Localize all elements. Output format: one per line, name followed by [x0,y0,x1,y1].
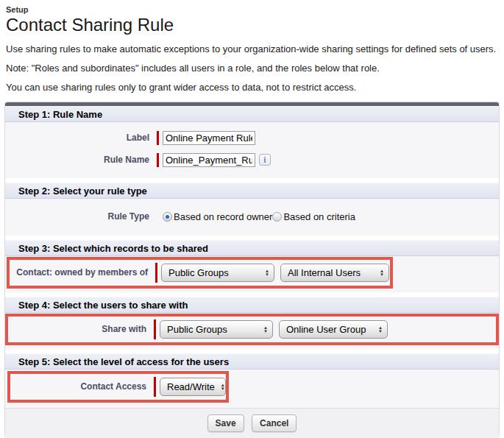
share-with-label: Share with [8,324,146,335]
select-value: Read/Write [167,381,215,392]
rule-name-field-row: Rule Name i [5,149,499,170]
step4-header: Step 4: Select the users to share with [5,297,499,313]
radio-option-based-on-record-owner[interactable]: Based on record owner [163,211,272,222]
step2-header: Step 2: Select your rule type [5,183,499,199]
required-indicator [154,319,156,339]
radio-option-based-on-criteria[interactable]: Based on criteria [272,211,355,222]
select-value: Online User Group [286,324,366,335]
step3-header: Step 3: Select which records to be share… [5,240,499,256]
contact-owned-by-label: Contact: owned by members of [10,267,148,278]
owned-by-group-select[interactable]: All Internal Users ▲▼ [280,264,389,282]
step1-header: Step 1: Rule Name [5,106,499,122]
radio-option-label: Based on criteria [283,211,355,222]
description-line-3: You can use sharing rules only to grant … [6,82,498,92]
step5-header: Step 5: Select the level of access for t… [5,353,499,370]
rule-type-radio-group: Based on record owner Based on criteria [163,211,355,222]
rule-type-label: Rule Type [5,211,149,222]
label-input[interactable] [163,131,255,145]
description-line-2: Note: "Roles and subordinates" includes … [6,63,498,73]
required-indicator [157,153,159,167]
required-indicator [154,377,156,397]
radio-option-label: Based on record owner [174,211,272,222]
step4-body: Share with Public Groups ▲▼ Online User … [5,313,499,349]
step1-body: Label Rule Name i [5,122,499,178]
label-field-row: Label [5,127,499,148]
radio-button-icon[interactable] [272,212,282,222]
page-title: Contact Sharing Rule [6,15,498,35]
contact-access-label: Contact Access [10,381,146,392]
form-footer: Save Cancel [5,408,499,438]
rule-type-row: Rule Type Based on record owner Based on… [5,206,499,227]
section-step1-rule-name: Step 1: Rule Name Label Rule Name i [5,106,499,178]
required-indicator [157,131,159,145]
radio-button-icon[interactable] [163,212,172,222]
annotation-highlight-box: Contact Access Read/Write ▲▼ [7,371,229,403]
description-line-1: Use sharing rules to make automatic exce… [6,44,498,54]
share-with-category-select[interactable]: Public Groups ▲▼ [160,320,273,339]
step5-body: Contact Access Read/Write ▲▼ [5,370,499,408]
info-icon[interactable]: i [259,154,271,166]
page-header: Setup Contact Sharing Rule Use sharing r… [0,0,504,92]
share-with-group-select[interactable]: Online User Group ▲▼ [279,320,388,339]
annotation-highlight-box: Share with Public Groups ▲▼ Online User … [5,314,499,345]
select-value: Public Groups [167,324,227,335]
owned-by-category-select[interactable]: Public Groups ▲▼ [161,264,274,282]
save-button[interactable]: Save [207,414,244,432]
updown-arrows-icon: ▲▼ [378,326,383,333]
step3-body: Contact: owned by members of Public Grou… [5,256,499,292]
setup-breadcrumb: Setup [6,5,498,14]
updown-arrows-icon: ▲▼ [265,269,269,277]
select-value: Public Groups [168,267,229,278]
required-indicator [155,263,157,283]
rule-name-input[interactable] [163,153,255,167]
updown-arrows-icon: ▲▼ [221,384,225,391]
contact-access-select[interactable]: Read/Write ▲▼ [160,378,226,396]
annotation-highlight-box: Contact: owned by members of Public Grou… [7,257,393,289]
section-step5-access-level: Step 5: Select the level of access for t… [5,353,499,408]
rule-name-field-label: Rule Name [5,155,149,166]
updown-arrows-icon: ▲▼ [380,269,384,277]
sharing-rule-form-block: Step 1: Rule Name Label Rule Name i Step… [4,102,500,438]
section-step2-rule-type: Step 2: Select your rule type Rule Type … [5,183,499,236]
section-step4-share-with: Step 4: Select the users to share with S… [5,297,499,349]
section-step3-records-shared: Step 3: Select which records to be share… [5,240,499,292]
step2-body: Rule Type Based on record owner Based on… [5,199,499,236]
select-value: All Internal Users [288,267,361,278]
updown-arrows-icon: ▲▼ [263,326,268,333]
label-field-label: Label [5,133,149,144]
cancel-button[interactable]: Cancel [252,414,297,432]
